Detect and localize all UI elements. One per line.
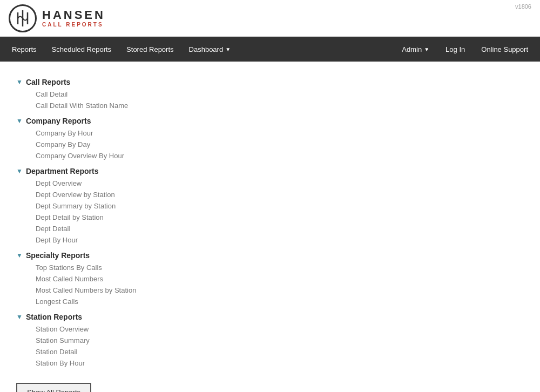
report-dept-overview[interactable]: Dept Overview: [36, 178, 524, 189]
nav-left: Reports Scheduled Reports Stored Reports…: [4, 37, 394, 62]
nav-admin[interactable]: Admin ▼: [394, 37, 437, 62]
show-all-button[interactable]: Show All Reports: [16, 383, 91, 392]
toggle-call-reports[interactable]: ▼: [16, 78, 23, 86]
report-call-detail[interactable]: Call Detail: [36, 89, 524, 100]
section-specialty-reports-title: Specialty Reports: [26, 251, 90, 260]
dashboard-arrow: ▼: [225, 46, 231, 52]
report-company-overview-by-hour[interactable]: Company Overview By Hour: [36, 150, 524, 161]
section-department-reports-title: Department Reports: [26, 167, 99, 175]
logo-circle: [9, 4, 37, 32]
section-company-reports-title: Company Reports: [26, 117, 91, 125]
report-most-called-numbers-station[interactable]: Most Called Numbers by Station: [36, 285, 524, 296]
toggle-company-reports[interactable]: ▼: [16, 117, 23, 125]
nav-login[interactable]: Log In: [438, 37, 473, 62]
report-dept-detail[interactable]: Dept Detail: [36, 223, 524, 234]
section-company-reports: ▼ Company Reports Company By Hour Compan…: [16, 117, 524, 161]
report-dept-summary-station[interactable]: Dept Summary by Station: [36, 200, 524, 212]
report-station-summary[interactable]: Station Summary: [36, 335, 524, 346]
nav-stored-reports[interactable]: Stored Reports: [119, 37, 181, 62]
nav-scheduled-reports[interactable]: Scheduled Reports: [44, 37, 119, 62]
company-sub: CALL REPORTS: [42, 22, 105, 28]
toggle-specialty-reports[interactable]: ▼: [16, 252, 23, 259]
nav-right: Admin ▼ Log In Online Support: [394, 37, 536, 62]
company-name: HANSEN: [42, 9, 105, 22]
company-reports-items: Company By Hour Company By Day Company O…: [16, 127, 524, 161]
logo-text: HANSEN CALL REPORTS: [42, 9, 105, 28]
toggle-station-reports[interactable]: ▼: [16, 313, 23, 321]
logo-icon: [15, 9, 31, 28]
report-dept-overview-station[interactable]: Dept Overview by Station: [36, 189, 524, 200]
report-company-by-hour[interactable]: Company By Hour: [36, 127, 524, 139]
report-company-by-day[interactable]: Company By Day: [36, 139, 524, 150]
section-specialty-reports-header: ▼ Specialty Reports: [16, 251, 524, 260]
specialty-reports-items: Top Stations By Calls Most Called Number…: [16, 262, 524, 307]
nav-reports[interactable]: Reports: [4, 37, 44, 62]
department-reports-items: Dept Overview Dept Overview by Station D…: [16, 178, 524, 246]
nav-bar: Reports Scheduled Reports Stored Reports…: [0, 37, 540, 62]
report-most-called-numbers[interactable]: Most Called Numbers: [36, 273, 524, 285]
logo-area: HANSEN CALL REPORTS: [9, 4, 105, 32]
section-call-reports-header: ▼ Call Reports: [16, 78, 524, 86]
section-station-reports-header: ▼ Station Reports: [16, 313, 524, 321]
report-dept-detail-station[interactable]: Dept Detail by Station: [36, 212, 524, 223]
section-station-reports: ▼ Station Reports Station Overview Stati…: [16, 313, 524, 369]
toggle-department-reports[interactable]: ▼: [16, 167, 23, 175]
section-station-reports-title: Station Reports: [26, 313, 82, 321]
report-station-overview[interactable]: Station Overview: [36, 323, 524, 335]
version-label: v1806: [515, 3, 531, 10]
report-call-detail-station[interactable]: Call Detail With Station Name: [36, 100, 524, 111]
report-top-stations-by-calls[interactable]: Top Stations By Calls: [36, 262, 524, 273]
show-all-container: Show All Reports: [16, 372, 524, 392]
nav-dashboard[interactable]: Dashboard ▼: [181, 37, 239, 62]
report-station-detail[interactable]: Station Detail: [36, 346, 524, 357]
report-dept-by-hour[interactable]: Dept By Hour: [36, 234, 524, 246]
report-longest-calls[interactable]: Longest Calls: [36, 296, 524, 307]
main-content: ▼ Call Reports Call Detail Call Detail W…: [0, 62, 540, 392]
section-department-reports-header: ▼ Department Reports: [16, 167, 524, 175]
section-company-reports-header: ▼ Company Reports: [16, 117, 524, 125]
section-specialty-reports: ▼ Specialty Reports Top Stations By Call…: [16, 251, 524, 307]
section-call-reports-title: Call Reports: [26, 78, 70, 86]
section-call-reports: ▼ Call Reports Call Detail Call Detail W…: [16, 78, 524, 111]
admin-arrow: ▼: [424, 46, 429, 52]
report-station-by-hour[interactable]: Station By Hour: [36, 357, 524, 369]
nav-online-support[interactable]: Online Support: [474, 37, 536, 62]
call-reports-items: Call Detail Call Detail With Station Nam…: [16, 89, 524, 111]
section-department-reports: ▼ Department Reports Dept Overview Dept …: [16, 167, 524, 246]
station-reports-items: Station Overview Station Summary Station…: [16, 323, 524, 369]
top-bar: HANSEN CALL REPORTS v1806: [0, 0, 540, 37]
